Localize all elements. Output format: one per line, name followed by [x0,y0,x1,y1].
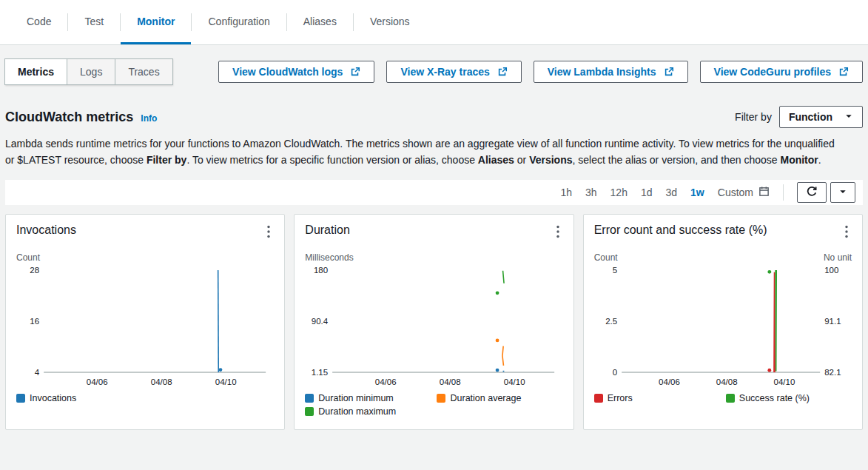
custom-label: Custom [718,187,753,198]
axis-unit-labels: Count [16,252,274,263]
time-range-3h[interactable]: 3h [585,187,597,198]
filter-by-label: Filter by [735,111,772,123]
time-range-1d[interactable]: 1d [641,187,653,198]
chart-legend: Duration minimumDuration averageDuration… [305,393,562,417]
chart-title: Invocations [16,224,76,237]
svg-text:16: 16 [30,317,39,326]
subtab-metrics[interactable]: Metrics [4,58,67,85]
svg-text:90.4: 90.4 [312,317,329,326]
refresh-options-button[interactable] [830,182,855,203]
external-link-icon [350,67,360,77]
svg-text:2.5: 2.5 [605,317,617,326]
charts-row: InvocationsCount2816404/0604/0804/10Invo… [5,214,863,430]
svg-text:04/08: 04/08 [151,377,172,386]
legend-label: Duration maximum [318,406,396,417]
filter-value: Function [789,111,832,123]
svg-text:04/08: 04/08 [716,377,737,386]
legend-item-invocations[interactable]: Invocations [16,393,142,403]
external-link-icon [497,67,508,77]
view-x-ray-traces-button[interactable]: View X-Ray traces [386,61,521,83]
chart-card-error-count-and-success-rate: Error count and success rate (%)CountNo … [583,214,863,430]
refresh-button-group [797,182,855,203]
metrics-header-row: CloudWatch metrics Info Filter by Functi… [5,106,863,128]
svg-text:04/10: 04/10 [773,377,795,386]
lambda-monitor-page: CodeTestMonitorConfigurationAliasesVersi… [0,0,868,430]
chart-legend: ErrorsSuccess rate (%) [594,393,852,403]
calendar-icon [758,186,770,199]
y-axis-label: Milliseconds [305,252,353,263]
legend-label: Success rate (%) [739,393,810,403]
chart-menu-button[interactable] [263,224,274,242]
chart-card-duration: DurationMilliseconds18090.41.1504/0604/0… [294,214,573,430]
time-ranges: 1h3h12h1d3d1w [560,187,704,198]
page-title: CloudWatch metrics [5,110,133,125]
axis-unit-labels: CountNo unit [594,252,852,263]
legend-item-errors[interactable]: Errors [594,393,720,403]
svg-text:04/10: 04/10 [215,377,237,386]
chart-title: Error count and success rate (%) [594,224,767,237]
subtab-logs[interactable]: Logs [67,58,115,85]
legend-label: Duration average [450,393,521,403]
tab-monitor[interactable]: Monitor [121,0,191,44]
view-codeguru-profiles-button[interactable]: View CodeGuru profiles [700,61,863,83]
button-label: View CloudWatch logs [232,66,343,78]
time-range-1h[interactable]: 1h [560,187,572,198]
toolbar-divider [783,184,784,201]
subtab-traces[interactable]: Traces [115,58,172,85]
chart-plot: 18090.41.1504/0604/0804/10 [305,264,562,390]
function-tab-bar: CodeTestMonitorConfigurationAliasesVersi… [0,0,868,45]
legend-swatch [16,394,25,403]
svg-text:1.15: 1.15 [312,368,328,377]
chart-legend: Invocations [16,393,274,403]
time-range-12h[interactable]: 12h [610,187,628,198]
tab-versions[interactable]: Versions [354,0,426,44]
legend-swatch [305,394,314,403]
svg-text:100: 100 [824,266,838,275]
external-link-icon [664,67,674,77]
refresh-icon [806,186,818,200]
refresh-button[interactable] [797,182,827,203]
filter-function-select[interactable]: Function [779,106,863,128]
svg-text:0: 0 [612,368,616,377]
legend-item-success-rate[interactable]: Success rate (%) [726,393,852,403]
chart-menu-button[interactable] [841,224,852,242]
subtab-row: MetricsLogsTraces View CloudWatch logsVi… [5,58,863,85]
chart-card-invocations: InvocationsCount2816404/0604/0804/10Invo… [5,214,285,430]
monitor-content: MetricsLogsTraces View CloudWatch logsVi… [0,58,868,430]
description-text: Lambda sends runtime metrics for your fu… [5,135,840,168]
chart-header: Duration [305,224,562,242]
view-cloudwatch-logs-button[interactable]: View CloudWatch logs [218,61,374,83]
svg-text:28: 28 [30,266,39,275]
info-link[interactable]: Info [141,113,157,124]
svg-text:5: 5 [612,266,616,275]
tab-configuration[interactable]: Configuration [192,0,286,44]
tab-row: CodeTestMonitorConfigurationAliasesVersi… [10,0,426,44]
time-range-toolbar: 1h3h12h1d3d1w Custom [5,180,863,205]
legend-item-duration-average[interactable]: Duration average [437,393,562,403]
legend-item-duration-maximum[interactable]: Duration maximum [305,406,431,417]
tab-test[interactable]: Test [68,0,120,44]
time-range-3d[interactable]: 3d [666,187,678,198]
legend-swatch [437,394,445,403]
custom-range-button[interactable]: Custom [718,186,770,199]
view-lambda-insights-button[interactable]: View Lambda Insights [534,61,688,83]
y-axis-label: Count [594,252,618,263]
tab-aliases[interactable]: Aliases [287,0,353,44]
legend-swatch [726,394,735,403]
button-label: View X-Ray traces [400,66,489,78]
chart-menu-button[interactable] [553,224,563,242]
filter-wrap: Filter by Function [735,106,863,128]
svg-text:04/06: 04/06 [87,377,108,386]
legend-item-duration-minimum[interactable]: Duration minimum [305,393,431,403]
legend-label: Duration minimum [318,393,393,403]
chart-plot: 52.5010091.182.104/0604/0804/10 [594,264,852,390]
time-range-1w[interactable]: 1w [690,187,704,198]
button-label: View CodeGuru profiles [714,66,831,78]
monitor-subtabs: MetricsLogsTraces [5,58,173,85]
button-label: View Lambda Insights [548,66,656,78]
svg-text:4: 4 [35,368,40,377]
legend-swatch [594,394,603,403]
tab-code[interactable]: Code [10,0,67,44]
external-link-icon [838,67,849,77]
chart-header: Error count and success rate (%) [594,224,852,242]
